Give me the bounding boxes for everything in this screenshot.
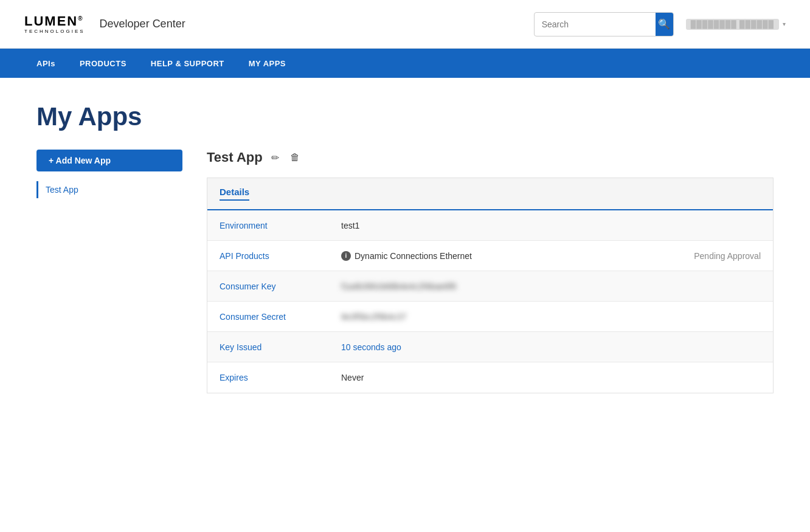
nav-item-apis[interactable]: APIs [24,49,68,78]
content-layout: + Add New App Test App Test App ✏ 🗑 Deta… [36,150,774,393]
detail-row-consumer-secret: Consumer Secret 8e3f5bc2f9b4c37 [207,302,773,332]
info-icon: i [341,251,351,261]
detail-row-expires: Expires Never [207,362,773,393]
nav-bar: APIs PRODUCTS HELP & SUPPORT MY APPS [0,49,810,78]
user-menu[interactable]: ████████ ██████ ▾ [686,19,786,30]
app-details-section: Test App ✏ 🗑 Details Environment test1 [207,150,774,393]
detail-row-key-issued: Key Issued 10 seconds ago [207,332,773,362]
chevron-down-icon: ▾ [783,21,786,27]
add-new-app-button[interactable]: + Add New App [36,150,182,171]
detail-label-api-products: API Products [220,251,341,261]
search-box: 🔍 [534,12,674,36]
details-card: Details Environment test1 API Products i… [207,178,774,393]
nav-item-myapps[interactable]: MY APPS [237,49,298,78]
detail-value-api-products: Dynamic Connections Ethernet [355,251,694,261]
main-content: My Apps + Add New App Test App Test App … [0,78,810,418]
detail-row-consumer-key: Consumer Key f1a4b390cb68b4e4c2f4bae6f8 [207,271,773,302]
delete-icon: 🗑 [290,152,300,162]
detail-value-key-issued: 10 seconds ago [341,342,761,352]
app-name: Test App [207,150,263,165]
edit-app-button[interactable]: ✏ [269,151,282,165]
detail-row-environment: Environment test1 [207,210,773,241]
detail-row-api-products: API Products i Dynamic Connections Ether… [207,241,773,271]
detail-label-consumer-key: Consumer Key [220,282,341,291]
logo-text: LUMEN® [24,15,85,28]
detail-label-key-issued: Key Issued [220,342,341,352]
sidebar: + Add New App Test App [36,150,182,393]
api-product-status: Pending Approval [694,251,761,261]
search-icon: 🔍 [658,18,670,30]
page-title: My Apps [36,102,774,131]
api-product-row: i Dynamic Connections Ethernet Pending A… [341,251,761,261]
user-name: ████████ ██████ [686,19,779,30]
site-header: LUMEN® TECHNOLOGIES Developer Center 🔍 █… [0,0,810,49]
header-title: Developer Center [100,18,185,30]
nav-item-products[interactable]: PRODUCTS [68,49,139,78]
edit-icon: ✏ [271,153,279,163]
search-button[interactable]: 🔍 [656,12,673,36]
sidebar-item-testapp[interactable]: Test App [36,181,182,198]
details-tab-label: Details [220,187,249,201]
detail-label-expires: Expires [220,373,341,382]
logo-sub: TECHNOLOGIES [24,29,85,34]
detail-value-expires: Never [341,373,761,382]
detail-label-environment: Environment [220,221,341,230]
delete-app-button[interactable]: 🗑 [288,151,302,164]
details-tab-header: Details [207,178,773,210]
detail-value-consumer-secret: 8e3f5bc2f9b4c37 [341,312,761,322]
detail-value-consumer-key: f1a4b390cb68b4e4c2f4bae6f8 [341,282,761,291]
logo: LUMEN® TECHNOLOGIES [24,15,85,34]
detail-label-consumer-secret: Consumer Secret [220,312,341,322]
detail-value-environment: test1 [341,221,761,230]
nav-item-help[interactable]: HELP & SUPPORT [139,49,237,78]
app-header: Test App ✏ 🗑 [207,150,774,165]
search-input[interactable] [535,19,656,29]
